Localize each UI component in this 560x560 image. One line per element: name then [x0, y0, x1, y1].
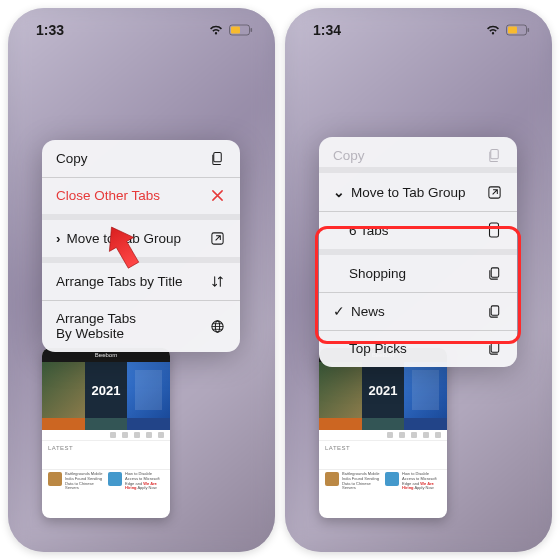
menu-label: Copy	[56, 151, 208, 166]
menu-label: Close Other Tabs	[56, 188, 208, 203]
svg-rect-12	[490, 223, 499, 237]
thumbnail-badges	[319, 418, 447, 430]
menu-label: Shopping	[333, 266, 485, 281]
wifi-icon	[208, 24, 224, 36]
svg-rect-2	[251, 28, 253, 32]
menu-item-move-to-tab-group[interactable]: ⌄ Move to Tab Group	[319, 173, 517, 211]
menu-label: ⌄ Move to Tab Group	[333, 184, 485, 200]
status-bar: 1:33	[8, 8, 275, 52]
menu-item-arrange-by-title[interactable]: Arrange Tabs by Title	[42, 263, 240, 300]
copy-icon	[485, 304, 503, 319]
menu-item-group-top-picks[interactable]: Top Picks	[319, 330, 517, 367]
status-time: 1:33	[36, 22, 64, 38]
menu-label: Top Picks	[333, 341, 485, 356]
menu-item-group-shopping[interactable]: Shopping	[319, 255, 517, 292]
menu-label: ✓ News	[333, 303, 485, 319]
context-menu: Copy Close Other Tabs › Move to Tab Grou…	[42, 140, 240, 352]
tab-group-icon	[485, 185, 503, 200]
svg-rect-13	[491, 268, 499, 277]
status-indicators	[208, 24, 253, 36]
sort-icon	[208, 274, 226, 289]
checkmark-icon: ✓	[333, 303, 345, 319]
svg-rect-8	[508, 27, 517, 34]
svg-rect-1	[231, 27, 240, 34]
svg-rect-9	[528, 28, 530, 32]
context-menu: Copy ⌄ Move to Tab Group 6 Tabs Shopping	[319, 137, 517, 367]
menu-item-move-to-tab-group[interactable]: › Move to Tab Group	[42, 220, 240, 257]
thumbnail-badges	[42, 418, 170, 430]
menu-item-close-other-tabs[interactable]: Close Other Tabs	[42, 177, 240, 214]
globe-icon	[208, 319, 226, 334]
menu-label: Arrange Tabs by Title	[56, 274, 208, 289]
wifi-icon	[485, 24, 501, 36]
svg-rect-15	[491, 343, 499, 352]
copy-icon	[208, 151, 226, 166]
close-icon	[208, 189, 226, 202]
menu-item-copy[interactable]: Copy	[42, 140, 240, 177]
menu-item-copy[interactable]: Copy	[319, 137, 517, 167]
chevron-down-icon: ⌄	[333, 184, 345, 200]
copy-icon	[485, 341, 503, 356]
thumbnail-items: Battlegrounds Mobile India Found Sending…	[319, 470, 447, 493]
thumbnail-hero: 2021	[42, 362, 170, 418]
thumbnail-body: LATEST	[319, 430, 447, 470]
phone-right: 1:34 Copy ⌄ Move to Tab Group	[285, 8, 552, 552]
status-indicators	[485, 24, 530, 36]
svg-rect-3	[213, 152, 221, 161]
status-bar: 1:34	[285, 8, 552, 52]
chevron-right-icon: ›	[56, 231, 61, 246]
menu-item-group-news[interactable]: ✓ News	[319, 292, 517, 330]
menu-label: 6 Tabs	[333, 223, 485, 238]
menu-item-arrange-by-website[interactable]: Arrange Tabs By Website	[42, 300, 240, 352]
copy-icon	[485, 148, 503, 163]
tab-group-icon	[208, 231, 226, 246]
menu-label: Copy	[333, 148, 485, 163]
svg-rect-14	[491, 305, 499, 314]
status-time: 1:34	[313, 22, 341, 38]
menu-label: › Move to Tab Group	[56, 231, 208, 246]
menu-item-six-tabs[interactable]: 6 Tabs	[319, 211, 517, 249]
menu-label: Arrange Tabs By Website	[56, 311, 208, 341]
tab-thumbnail[interactable]: Beebom 2021 LATEST Battlegrounds Mobile …	[42, 348, 170, 518]
thumbnail-body: LATEST	[42, 430, 170, 470]
device-icon	[485, 222, 503, 238]
tab-thumbnail[interactable]: Beebom 2021 LATEST Battlegrounds Mobile …	[319, 348, 447, 518]
thumbnail-hero: 2021	[319, 362, 447, 418]
thumbnail-items: Battlegrounds Mobile India Found Sending…	[42, 470, 170, 493]
battery-icon	[229, 24, 253, 36]
phone-left: 1:33 Copy Close Other Tabs ›	[8, 8, 275, 552]
svg-rect-10	[490, 149, 498, 158]
copy-icon	[485, 266, 503, 281]
battery-icon	[506, 24, 530, 36]
